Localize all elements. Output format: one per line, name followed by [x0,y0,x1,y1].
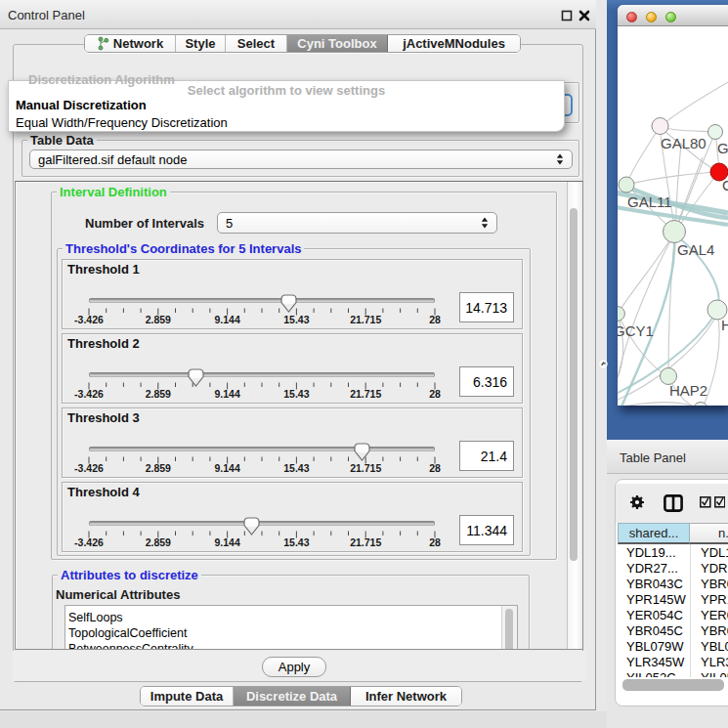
svg-text:C: C [722,177,728,193]
svg-text:GCY1: GCY1 [618,322,654,339]
svg-text:GAL4: GAL4 [677,241,714,258]
svg-text:HAP2: HAP2 [669,382,707,399]
svg-text:GAL80: GAL80 [661,135,707,151]
svg-text:H: H [721,317,728,333]
svg-text:GAL: GAL [717,140,728,156]
svg-text:GAL11: GAL11 [627,193,672,210]
